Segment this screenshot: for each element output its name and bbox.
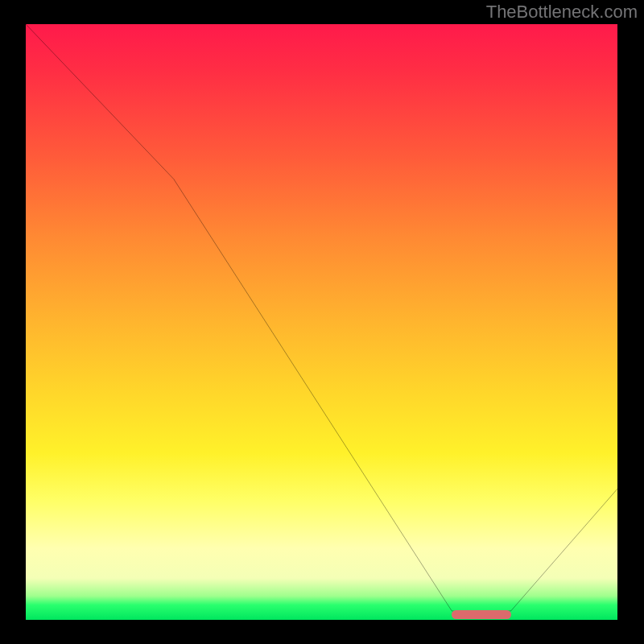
chart-container: TheBottleneck.com [0,0,644,644]
bottleneck-curve [26,24,617,614]
series-layer [26,24,617,620]
highlight-marker [452,610,511,619]
plot-area [26,24,617,620]
attribution-label: TheBottleneck.com [486,2,638,23]
